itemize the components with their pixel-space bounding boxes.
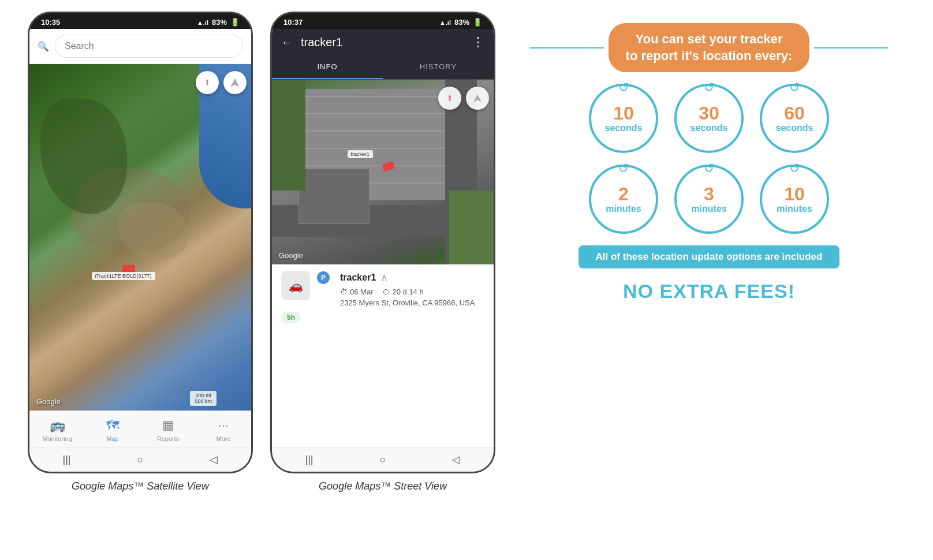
satellite-map[interactable]: iTrack1LTE BOLD(0177) Google 200 mi 500 …: [29, 64, 251, 410]
no-extra-fees: NO EXTRA FEES!: [623, 280, 795, 303]
more-label: More: [216, 435, 230, 442]
android-back[interactable]: |||: [63, 454, 71, 466]
phone2-battery-icon: 🔋: [473, 18, 482, 27]
clock-icon: ⏱: [340, 288, 348, 296]
tracker-metadata: tracker1 ∧ ⏱ 06 Mar ⏲ 20 d 14 h: [340, 271, 484, 307]
tabs-row: INFO HISTORY: [272, 55, 494, 80]
map-label: Map: [106, 435, 118, 442]
navigate-button[interactable]: [223, 71, 247, 94]
date-item: ⏱ 06 Mar: [340, 288, 373, 296]
android-home[interactable]: ○: [137, 454, 144, 466]
phone2: 10:37 ▲.ıl 83% 🔋 ← tracker1 ⋮ INFO HISTO…: [270, 12, 495, 473]
phone2-wrapper: 10:37 ▲.ıl 83% 🔋 ← tracker1 ⋮ INFO HISTO…: [270, 12, 495, 492]
headline-wrapper: You can set your trackerto report it's l…: [530, 23, 888, 72]
time-num-1: 10: [613, 104, 634, 122]
time-unit-3: seconds: [776, 122, 813, 133]
search-input[interactable]: [55, 35, 243, 58]
phone2-battery: 83%: [454, 18, 469, 27]
circle-60sec: ↺ 60 seconds: [760, 84, 829, 153]
android-home2[interactable]: ○: [380, 454, 386, 466]
search-bar: 🔍: [29, 29, 251, 64]
tab-info[interactable]: INFO: [272, 55, 383, 79]
android-recents2[interactable]: ◁: [452, 453, 460, 466]
tracker-label2: tracker1: [348, 150, 374, 158]
navigate-icon: [230, 77, 240, 88]
duration-item: ⏲ 20 d 14 h: [382, 288, 423, 296]
aerial-map[interactable]: tracker1 Google: [272, 80, 494, 264]
navigate-icon2: [473, 94, 482, 103]
compass-button[interactable]: [196, 71, 219, 94]
back-button[interactable]: ←: [281, 36, 293, 49]
svg-marker-3: [449, 94, 451, 98]
bottom-nav: 🚌 Monitoring 🗺 Map ▦ Reports ··· More: [29, 410, 251, 447]
footer-banner: All of these location update options are…: [579, 245, 840, 268]
tracker-info-header: 🚗 P tracker1 ∧ ⏱ 06 Mar: [281, 271, 484, 307]
phone1-status-bar: 10:35 ▲.ıl 83% 🔋: [29, 13, 251, 29]
menu-button[interactable]: ⋮: [472, 35, 484, 50]
phone1: 10:35 ▲.ıl 83% 🔋 🔍: [28, 12, 253, 473]
navigate-button2[interactable]: [466, 87, 489, 110]
circle-arrow-3: ↺: [789, 80, 800, 95]
nav-reports[interactable]: ▦ Reports: [140, 416, 196, 445]
circle-arrow-5: ↺: [704, 161, 714, 176]
phone2-signal-icon: ▲.ıl: [439, 19, 451, 26]
phone1-status-right: ▲.ıl 83% 🔋: [197, 18, 240, 27]
svg-marker-5: [473, 94, 481, 102]
nav-monitoring[interactable]: 🚌 Monitoring: [29, 416, 85, 445]
green-area2: [449, 191, 494, 264]
phone2-content: ← tracker1 ⋮ INFO HISTORY: [272, 29, 494, 472]
search-icon: 🔍: [38, 41, 49, 52]
android-nav-bar2: ||| ○ ◁: [272, 447, 494, 472]
tracker-thumbnail: 🚗: [281, 271, 310, 300]
phone2-status-right: ▲.ıl 83% 🔋: [439, 18, 482, 27]
svg-marker-0: [206, 79, 208, 83]
tracker-date: 06 Mar: [350, 288, 373, 296]
time-num-2: 30: [699, 104, 719, 122]
svg-marker-1: [206, 83, 208, 86]
phone1-battery-icon: 🔋: [230, 18, 240, 27]
app-header: ← tracker1 ⋮: [272, 29, 494, 55]
compass-button2[interactable]: [438, 87, 461, 110]
reports-label: Reports: [157, 435, 180, 442]
nav-map[interactable]: 🗺 Map: [85, 416, 140, 445]
tracker-p-badge: P: [317, 271, 330, 284]
tracker-label: iTrack1LTE BOLD(0177): [92, 272, 155, 280]
infographic-panel: You can set your trackerto report it's l…: [513, 12, 905, 314]
google-logo2: Google: [279, 251, 303, 260]
map-icon: 🗺: [106, 418, 119, 433]
scroll-indicator: ∧: [380, 271, 388, 284]
time-unit-5: minutes: [691, 203, 726, 214]
svg-marker-4: [449, 98, 451, 102]
svg-marker-2: [231, 79, 240, 87]
phone2-time: 10:37: [283, 18, 303, 27]
circle-10sec: ↺ 10 seconds: [589, 84, 658, 153]
headline-text: You can set your trackerto report it's l…: [626, 32, 793, 63]
phone1-wrapper: 10:35 ▲.ıl 83% 🔋 🔍: [28, 12, 253, 492]
phone1-time: 10:35: [41, 18, 60, 27]
google-logo: Google: [36, 397, 61, 406]
compass-icon: [203, 79, 211, 87]
nav-more[interactable]: ··· More: [196, 416, 251, 445]
phone2-caption: Google Maps™ Street View: [319, 480, 447, 492]
tab-history[interactable]: HISTORY: [383, 55, 494, 79]
circles-row1: ↺ 10 seconds ↺ 30 seconds ↺ 60 seconds: [589, 84, 829, 153]
phone2-status-bar: 10:37 ▲.ıl 83% 🔋: [272, 13, 494, 29]
app-title: tracker1: [301, 36, 464, 49]
time-unit-2: seconds: [691, 122, 728, 133]
circle-3min: ↺ 3 minutes: [674, 165, 744, 234]
time-unit-6: minutes: [777, 203, 812, 214]
circle-arrow-6: ↺: [789, 161, 800, 176]
time-unit-4: minutes: [606, 203, 641, 214]
building: [298, 169, 370, 224]
android-back2[interactable]: |||: [305, 454, 314, 466]
scale-bar: 200 mi 500 km: [190, 391, 217, 406]
android-recents[interactable]: ◁: [210, 453, 218, 466]
time-unit-1: seconds: [605, 122, 643, 133]
monitoring-label: Monitoring: [42, 435, 72, 442]
circle-arrow-2: ↺: [704, 80, 714, 95]
compass-icon2: [445, 94, 454, 103]
phone1-signal-icon: ▲.ıl: [197, 19, 208, 26]
circle-30sec: ↺ 30 seconds: [674, 84, 744, 153]
phone1-battery: 83%: [212, 18, 227, 27]
phone1-content: 🔍: [29, 29, 251, 472]
